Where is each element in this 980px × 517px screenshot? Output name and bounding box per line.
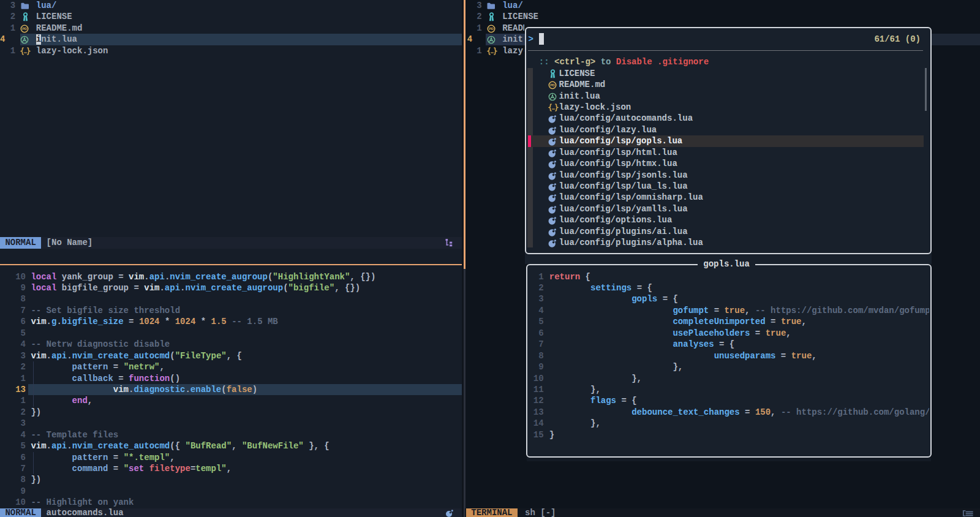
svg-text:PD: PD xyxy=(489,27,494,31)
svg-text:PD: PD xyxy=(550,83,555,87)
svg-text:PD: PD xyxy=(22,27,27,31)
